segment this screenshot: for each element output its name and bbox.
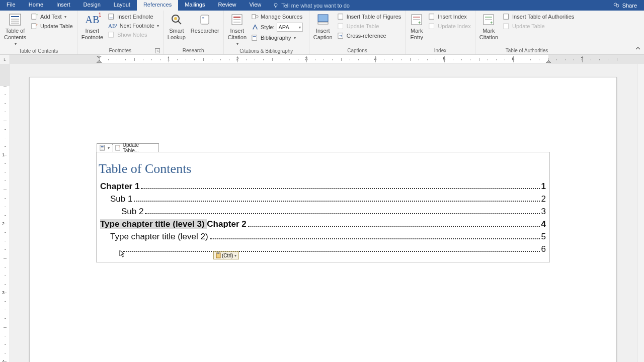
toc-row[interactable]: 6 (97, 244, 549, 254)
tab-review[interactable]: Review (212, 0, 243, 11)
toc-row[interactable]: Type chapter title (level 3) Chapter 24 (97, 219, 549, 229)
svg-rect-12 (109, 14, 114, 20)
toc-entry-text: Type chapter title (level 3) Chapter 2 (100, 219, 247, 229)
horizontal-ruler[interactable]: L 1234567 (0, 55, 644, 64)
vertical-scrollbar[interactable] (637, 64, 644, 362)
update-icon (31, 23, 38, 30)
collapse-ribbon-icon[interactable] (634, 44, 642, 52)
tab-file[interactable]: File (0, 0, 22, 11)
tab-design[interactable]: Design (77, 0, 107, 11)
update-toc-button[interactable]: Update Table (29, 22, 75, 30)
document-area[interactable]: ▾ Update Table... Table of Contents Chap… (10, 64, 637, 362)
share-label: Share (622, 3, 637, 9)
svg-rect-14 (109, 32, 114, 38)
mark-citation-label: Mark Citation (479, 28, 498, 41)
right-indent-icon[interactable] (546, 56, 551, 63)
svg-rect-54 (217, 252, 219, 254)
workspace: 1234 ▾ Update Table... Table of Contents… (0, 64, 644, 362)
toc-row[interactable]: Sub 12 (97, 194, 549, 204)
citation-style-select[interactable]: Style: APA▾ (250, 22, 305, 32)
update-index-icon (429, 23, 436, 30)
tab-references[interactable]: References (137, 0, 178, 11)
cross-reference-label: Cross-reference (347, 33, 386, 39)
update-captions-label: Update Table (347, 23, 379, 29)
mark-entry-button[interactable]: + Mark Entry (408, 12, 426, 42)
insert-authorities-label: Insert Table of Authorities (512, 14, 574, 20)
ruler-tab-selector[interactable]: L (0, 55, 10, 64)
share-button[interactable]: Share (606, 0, 644, 11)
tab-layout[interactable]: Layout (107, 0, 137, 11)
show-notes-button: Show Notes (106, 31, 161, 39)
update-index-label: Update Index (438, 23, 470, 29)
insert-caption-label: Insert Caption (313, 28, 333, 41)
mark-citation-button[interactable]: + Mark Citation (477, 12, 500, 42)
svg-rect-1 (275, 6, 276, 7)
toc-page-number: 2 (541, 194, 546, 204)
vertical-ruler[interactable]: 1234 (0, 64, 10, 362)
group-footnotes-label: Footnotes (109, 48, 131, 53)
toc-button[interactable]: Table of Contents▾ (2, 12, 28, 48)
toc-update-icon (115, 145, 121, 151)
insert-index-button[interactable]: Insert Index (427, 13, 472, 21)
insert-caption-button[interactable]: Insert Caption (311, 12, 335, 42)
insert-citation-button[interactable]: Insert Citation▾ (226, 12, 249, 48)
style-icon (252, 24, 259, 31)
update-captions-icon (338, 23, 345, 30)
tab-mailings[interactable]: Mailings (178, 0, 211, 11)
toc-page-number: 6 (541, 244, 546, 254)
update-authorities-label: Update Table (512, 23, 545, 29)
footnotes-dialog-icon[interactable]: ↘ (155, 48, 160, 53)
toc-selection: Type chapter title (level 3) (100, 219, 207, 229)
toc-row[interactable]: Type chapter title (level 2)5 (97, 232, 549, 242)
mark-citation-icon: + (482, 13, 495, 26)
svg-rect-26 (252, 35, 257, 41)
insert-authorities-button[interactable]: Insert Table of Authorities (501, 13, 576, 21)
group-citations-label: Citations & Bibliography (239, 48, 293, 54)
bibliography-button[interactable]: Bibliography▾ (250, 34, 305, 42)
left-indent-icon[interactable] (97, 56, 102, 63)
toc-update-button[interactable]: Update Table... (113, 144, 158, 152)
svg-rect-24 (252, 15, 256, 19)
add-text-icon: + (31, 13, 38, 20)
toc-row[interactable]: Chapter 11 (97, 182, 549, 192)
manage-sources-label: Manage Sources (261, 14, 302, 20)
tell-me-label: Tell me what you want to do (281, 3, 350, 9)
smart-lookup-button[interactable]: Smart Lookup (166, 12, 188, 42)
toc-field[interactable]: Table of Contents Chapter 11Sub 12Sub 23… (96, 152, 550, 262)
cross-reference-button[interactable]: Cross-reference (336, 32, 404, 40)
svg-rect-31 (338, 24, 343, 29)
insert-table-of-figures-button[interactable]: Insert Table of Figures (336, 13, 404, 21)
svg-line-16 (178, 21, 181, 24)
ribbon: Table of Contents▾ + Add Text▾ Update Ta… (0, 11, 644, 55)
paste-options-smarttag[interactable]: (Ctrl) ▾ (213, 251, 239, 259)
mark-entry-icon: + (410, 13, 423, 26)
insert-footnote-button[interactable]: AB1 Insert Footnote (79, 12, 105, 42)
tab-view[interactable]: View (243, 0, 268, 11)
insert-endnote-button[interactable]: Insert Endnote (106, 13, 161, 21)
insert-index-icon (429, 13, 436, 20)
svg-text:+: + (418, 20, 421, 25)
manage-sources-button[interactable]: Manage Sources (250, 13, 305, 21)
tab-insert[interactable]: Insert (50, 0, 77, 11)
tab-home[interactable]: Home (22, 0, 50, 11)
svg-marker-46 (97, 60, 102, 63)
svg-text:”: ” (202, 16, 204, 23)
toc-entry-text: Sub 2 (100, 207, 143, 217)
svg-rect-4 (10, 14, 21, 25)
next-footnote-button[interactable]: AB¹ Next Footnote▾ (106, 22, 161, 29)
toc-entry-text: Sub 1 (100, 194, 132, 204)
toc-menu-button[interactable]: ▾ (97, 144, 112, 152)
toc-entry-text: Type chapter title (level 2) (100, 232, 208, 242)
toc-row[interactable]: Sub 23 (97, 207, 549, 217)
mouse-cursor-icon (119, 250, 125, 258)
style-value[interactable]: APA▾ (277, 23, 303, 32)
footnote-one-icon: 1 (99, 12, 102, 18)
insert-citation-label: Insert Citation (228, 28, 247, 41)
researcher-button[interactable]: ” Researcher (189, 12, 221, 35)
add-text-button[interactable]: + Add Text▾ (29, 13, 75, 21)
svg-rect-29 (318, 22, 328, 24)
page[interactable]: ▾ Update Table... Table of Contents Chap… (29, 77, 617, 362)
tell-me[interactable]: Tell me what you want to do (268, 0, 355, 11)
svg-point-25 (256, 15, 258, 18)
svg-point-17 (174, 17, 177, 20)
